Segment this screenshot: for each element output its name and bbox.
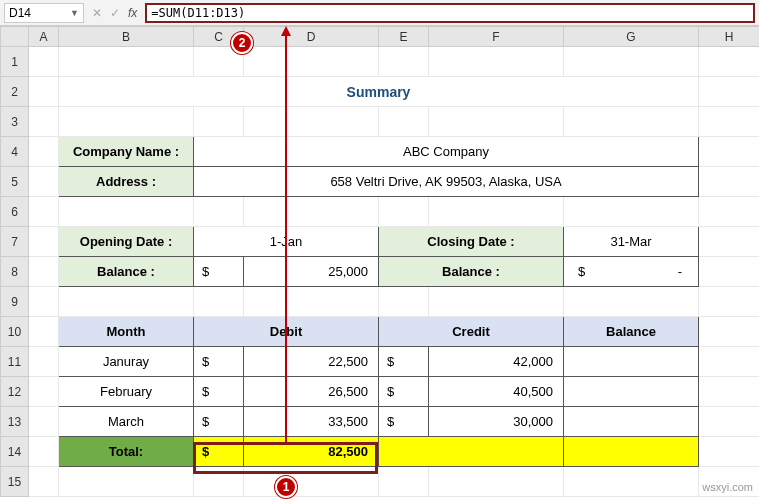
watermark: wsxyi.com (702, 481, 753, 493)
debit-sym[interactable]: $ (194, 407, 244, 437)
callout-badge-1: 1 (275, 476, 297, 498)
row-header[interactable]: 12 (1, 377, 29, 407)
credit-val[interactable]: 42,000 (429, 347, 564, 377)
row-header[interactable]: 6 (1, 197, 29, 227)
balance-val[interactable] (564, 377, 699, 407)
credit-sym[interactable]: $ (379, 347, 429, 377)
spreadsheet-grid[interactable]: A B C D E F G H 1 2 Summary 3 4 Company … (0, 26, 759, 497)
debit-sym[interactable]: $ (194, 377, 244, 407)
row-header[interactable]: 7 (1, 227, 29, 257)
col-header-A[interactable]: A (29, 27, 59, 47)
row-header[interactable]: 2 (1, 77, 29, 107)
debit-sym[interactable]: $ (194, 347, 244, 377)
total-debit-sym[interactable]: $ (194, 437, 244, 467)
check-icon[interactable]: ✓ (110, 6, 120, 20)
callout-badge-2: 2 (231, 32, 253, 54)
row-header[interactable]: 5 (1, 167, 29, 197)
formula-text: =SUM(D11:D13) (151, 6, 245, 20)
balance-val[interactable] (564, 347, 699, 377)
row-header[interactable]: 1 (1, 47, 29, 77)
opening-balance-value[interactable]: 25,000 (244, 257, 379, 287)
formula-bar-input[interactable]: =SUM(D11:D13) (145, 3, 755, 23)
row-header[interactable]: 10 (1, 317, 29, 347)
formula-bar-row: D14 ▼ ✕ ✓ fx =SUM(D11:D13) (0, 0, 759, 26)
total-label: Total: (59, 437, 194, 467)
col-header-D[interactable]: D (244, 27, 379, 47)
col-header-H[interactable]: H (699, 27, 760, 47)
total-balance-val[interactable] (564, 437, 699, 467)
row-header[interactable]: 15 (1, 467, 29, 497)
summary-title: Summary (59, 77, 699, 107)
closing-date-label: Closing Date : (379, 227, 564, 257)
row-header[interactable]: 11 (1, 347, 29, 377)
name-box[interactable]: D14 ▼ (4, 3, 84, 23)
cancel-icon[interactable]: ✕ (92, 6, 102, 20)
row-header[interactable]: 4 (1, 137, 29, 167)
chevron-down-icon[interactable]: ▼ (70, 8, 79, 18)
address-label: Address : (59, 167, 194, 197)
opening-date-label: Opening Date : (59, 227, 194, 257)
total-debit-val[interactable]: 82,500 (244, 437, 379, 467)
col-header-E[interactable]: E (379, 27, 429, 47)
closing-balance-value: - (678, 264, 692, 279)
row-header[interactable]: 13 (1, 407, 29, 437)
row-header[interactable]: 9 (1, 287, 29, 317)
name-box-value: D14 (9, 6, 31, 20)
th-month: Month (59, 317, 194, 347)
col-header-F[interactable]: F (429, 27, 564, 47)
address-value[interactable]: 658 Veltri Drive, AK 99503, Alaska, USA (194, 167, 699, 197)
total-credit-val[interactable] (379, 437, 564, 467)
closing-balance-label: Balance : (379, 257, 564, 287)
callout-arrow (285, 34, 287, 442)
opening-balance-label: Balance : (59, 257, 194, 287)
credit-sym[interactable]: $ (379, 407, 429, 437)
closing-balance-sym: $ (570, 264, 585, 279)
credit-sym[interactable]: $ (379, 377, 429, 407)
credit-val[interactable]: 30,000 (429, 407, 564, 437)
closing-date-value[interactable]: 31-Mar (564, 227, 699, 257)
formula-bar-icons: ✕ ✓ fx (92, 6, 137, 20)
company-name-value[interactable]: ABC Company (194, 137, 699, 167)
row-header[interactable]: 14 (1, 437, 29, 467)
credit-val[interactable]: 40,500 (429, 377, 564, 407)
row-header[interactable]: 3 (1, 107, 29, 137)
col-header-B[interactable]: B (59, 27, 194, 47)
fx-icon[interactable]: fx (128, 6, 137, 20)
opening-balance-sym[interactable]: $ (194, 257, 244, 287)
company-name-label: Company Name : (59, 137, 194, 167)
closing-balance-cell[interactable]: $ - (564, 257, 699, 287)
month-cell[interactable]: February (59, 377, 194, 407)
col-header-G[interactable]: G (564, 27, 699, 47)
month-cell[interactable]: March (59, 407, 194, 437)
row-header[interactable]: 8 (1, 257, 29, 287)
month-cell[interactable]: Januray (59, 347, 194, 377)
debit-val[interactable]: 26,500 (244, 377, 379, 407)
select-all-corner[interactable] (1, 27, 29, 47)
debit-val[interactable]: 22,500 (244, 347, 379, 377)
balance-val[interactable] (564, 407, 699, 437)
debit-val[interactable]: 33,500 (244, 407, 379, 437)
th-credit: Credit (379, 317, 564, 347)
th-balance: Balance (564, 317, 699, 347)
